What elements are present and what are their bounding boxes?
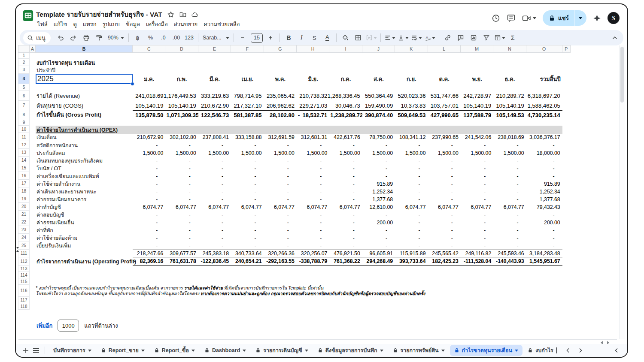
row-header-5[interactable]: 5 bbox=[18, 84, 30, 91]
cell-I4[interactable]: ก.ค. bbox=[329, 74, 362, 84]
cell-I24[interactable]: - bbox=[329, 234, 362, 242]
menu-item-3[interactable]: แทรก bbox=[80, 19, 100, 30]
cell-N111[interactable]: 245,593.46 bbox=[493, 250, 526, 257]
cell-D19[interactable]: - bbox=[165, 195, 198, 203]
cell-L18[interactable]: - bbox=[428, 187, 461, 196]
cell-D14[interactable]: - bbox=[165, 157, 198, 165]
cell-L22[interactable]: - bbox=[428, 218, 461, 226]
cell-N7[interactable]: 105,140.19 bbox=[493, 101, 526, 110]
cell-D20[interactable]: 6,074.77 bbox=[165, 203, 198, 211]
create-filter-button[interactable] bbox=[480, 32, 493, 43]
menu-item-7[interactable]: ส่วนขยาย bbox=[171, 19, 201, 30]
cell-M8[interactable]: 137,588.79 bbox=[461, 110, 493, 119]
cell-O111[interactable]: 3,184,283.48 bbox=[526, 250, 562, 257]
row-header-12[interactable]: 12 bbox=[18, 141, 30, 149]
cell-O25[interactable]: - bbox=[526, 241, 562, 250]
cell-E23[interactable]: - bbox=[198, 226, 231, 234]
cell-L15[interactable]: - bbox=[428, 164, 461, 172]
gemini-icon[interactable] bbox=[593, 14, 601, 22]
cell-E21[interactable]: - bbox=[198, 211, 231, 219]
cell-K111[interactable]: 115,915.89 bbox=[395, 250, 428, 257]
cell-N20[interactable]: 6,074.77 bbox=[493, 203, 526, 211]
cell-H24[interactable]: - bbox=[297, 234, 329, 242]
cell-M18[interactable]: - bbox=[461, 187, 493, 196]
cell-N4[interactable]: ธ.ค. bbox=[493, 74, 526, 84]
cell-O22[interactable]: 200.00 bbox=[526, 218, 562, 226]
cell-H18[interactable]: - bbox=[297, 187, 329, 196]
cell-G111[interactable]: 320,266.36 bbox=[264, 250, 297, 257]
vertical-scroll-thumb[interactable] bbox=[620, 47, 624, 103]
cell-D21[interactable]: - bbox=[165, 211, 198, 219]
cell-J4[interactable]: ส.ค. bbox=[362, 74, 395, 84]
cell-B17[interactable]: ค่าใช้จ่ายสำนักงาน bbox=[36, 180, 133, 188]
cell-E16[interactable]: - bbox=[198, 172, 231, 180]
cell-H20[interactable]: 6,074.77 bbox=[297, 203, 329, 211]
cell-L25[interactable]: - bbox=[428, 241, 461, 250]
cell-G15[interactable]: - bbox=[264, 164, 297, 172]
cell-E18[interactable]: - bbox=[198, 187, 231, 196]
cell-N24[interactable]: - bbox=[493, 234, 526, 242]
cell-I20[interactable]: 6,074.77 bbox=[329, 203, 362, 211]
paint-format-button[interactable] bbox=[93, 32, 106, 43]
cell-J111[interactable]: 96,605.91 bbox=[362, 250, 395, 257]
cell-O11[interactable]: 3,036,376.17 bbox=[526, 133, 562, 141]
borders-button[interactable] bbox=[352, 32, 365, 43]
cell-N22[interactable]: - bbox=[493, 218, 526, 226]
cell-K16[interactable]: - bbox=[395, 172, 428, 180]
cell-F8[interactable]: 581,387.85 bbox=[231, 110, 264, 119]
cell-B16[interactable]: ค่าเครื่องเขียนและแบบพิมพ์ bbox=[36, 172, 133, 180]
cell-C20[interactable]: 6,074.77 bbox=[133, 203, 165, 211]
cell-F25[interactable]: - bbox=[231, 241, 264, 250]
cell-J19[interactable]: 1,377.68 bbox=[362, 195, 395, 203]
comments-icon[interactable] bbox=[507, 14, 516, 23]
cell-B25[interactable]: เบี้ยปรับเงินเพิ่ม bbox=[36, 241, 133, 250]
cell-O13[interactable]: 18,000.00 bbox=[526, 149, 562, 157]
cell-B18[interactable]: ค่าเดินทางและยานพาหนะ bbox=[36, 187, 133, 196]
cell-N19[interactable]: - bbox=[493, 195, 526, 203]
add-rows-button[interactable]: เพิ่มอีก bbox=[36, 321, 52, 330]
cell-N21[interactable]: - bbox=[493, 211, 526, 219]
cell-D112[interactable]: 761,631.78 bbox=[165, 257, 198, 265]
cell-I18[interactable]: - bbox=[329, 187, 362, 196]
cell-L4[interactable]: ต.ค. bbox=[428, 74, 461, 84]
share-caret-icon[interactable] bbox=[574, 15, 586, 21]
cell-J12[interactable]: - bbox=[362, 141, 395, 149]
insert-comment-button[interactable] bbox=[455, 32, 467, 43]
cell-D4[interactable]: ก.พ. bbox=[165, 74, 198, 84]
cell-J6[interactable]: 550,364.49 bbox=[362, 91, 395, 101]
cell-I7[interactable]: 30,046.73 bbox=[329, 101, 362, 110]
cell-N18[interactable]: - bbox=[493, 187, 526, 196]
cell-N8[interactable]: 105,149.53 bbox=[493, 110, 526, 119]
cell-J8[interactable]: 390,874.40 bbox=[362, 110, 395, 119]
cell-K15[interactable]: - bbox=[395, 164, 428, 172]
cell-L21[interactable]: - bbox=[428, 211, 461, 219]
cell-G20[interactable]: 6,074.77 bbox=[264, 203, 297, 211]
cell-B6[interactable]: รายได้ (Revenue) bbox=[36, 91, 133, 101]
row-header-18[interactable]: 18 bbox=[18, 187, 30, 195]
sheet-tab-1[interactable]: Report_ขาย bbox=[97, 345, 149, 356]
collapse-panel-button[interactable] bbox=[612, 346, 620, 355]
cell-H11[interactable]: 312,681.31 bbox=[297, 133, 329, 141]
cell-B7[interactable]: ต้นทุนขาย (COGS) bbox=[36, 101, 133, 110]
cell-G112[interactable]: -292,163.55 bbox=[264, 257, 297, 265]
column-header-P[interactable]: P bbox=[562, 45, 571, 53]
cell-N13[interactable]: 1,500.00 bbox=[493, 149, 526, 157]
cell-E112[interactable]: -122,836.45 bbox=[198, 257, 231, 265]
cell-C22[interactable]: - bbox=[133, 218, 165, 226]
cell-J21[interactable]: - bbox=[362, 211, 395, 219]
tabs-scroll-right-button[interactable] bbox=[577, 346, 585, 355]
cell-O24[interactable]: - bbox=[526, 234, 562, 242]
cell-G4[interactable]: พ.ค. bbox=[264, 74, 297, 84]
cell-M12[interactable]: - bbox=[461, 141, 493, 149]
share-button[interactable]: แชร์ bbox=[543, 10, 586, 26]
cell-F6[interactable]: 798,714.95 bbox=[231, 91, 264, 101]
cell-K24[interactable]: - bbox=[395, 234, 428, 242]
row-header-10[interactable]: 10 bbox=[18, 126, 30, 133]
vertical-scrollbar[interactable] bbox=[619, 45, 625, 339]
row-header-15[interactable]: 15 bbox=[18, 164, 30, 172]
cell-O7[interactable]: 1,588,462.05 bbox=[526, 101, 562, 110]
cell-G14[interactable]: - bbox=[264, 157, 297, 165]
cell-B23[interactable]: ค่าที่พัก bbox=[36, 226, 133, 234]
cell-F14[interactable]: - bbox=[231, 157, 264, 165]
cell-J24[interactable]: - bbox=[362, 234, 395, 242]
